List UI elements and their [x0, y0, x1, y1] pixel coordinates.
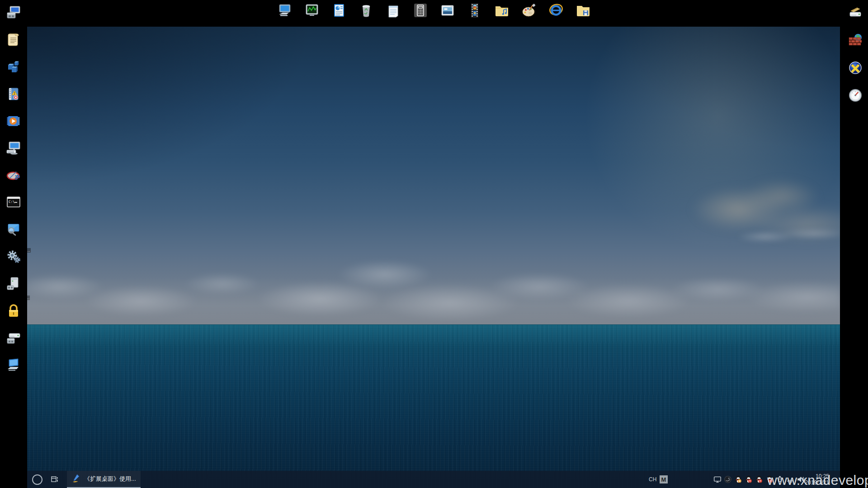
taskbar: 《扩展桌面》使用... CH M 10:25 2019/1/21 [27, 471, 840, 488]
security-lock-icon[interactable] [5, 303, 22, 319]
taskbar-app-button[interactable]: 《扩展桌面》使用... [67, 471, 141, 488]
clipped-desktop-label: ... [27, 296, 30, 300]
firewall-icon[interactable] [847, 32, 863, 48]
command-prompt-icon[interactable]: C:\ [5, 194, 22, 211]
clock-time: 10:25 [805, 473, 829, 479]
media-player-icon[interactable] [5, 113, 22, 129]
top-dock [277, 2, 591, 19]
snipping-tool-icon[interactable] [5, 167, 22, 183]
internet-explorer-icon[interactable] [548, 2, 564, 19]
cortana-circle-icon [32, 474, 42, 485]
wallpaper-ocean [27, 324, 840, 488]
wallpaper-cloud-wisp [732, 221, 840, 253]
task-manager-icon[interactable] [304, 2, 320, 19]
magnifier-icon[interactable] [5, 221, 22, 238]
script-scroll-icon[interactable] [5, 32, 22, 48]
pc-toolbox-icon[interactable] [5, 5, 22, 21]
system-tray [713, 471, 805, 488]
cortana-button[interactable] [29, 471, 45, 488]
svg-text:C:\: C:\ [9, 200, 15, 204]
qq-busy-3-icon[interactable] [765, 475, 774, 483]
clock-date: 2019/1/21 [805, 479, 829, 486]
device-manager-icon[interactable] [5, 276, 22, 292]
network-icon[interactable] [786, 475, 794, 483]
taskbar-app-label: 《扩展桌面》使用... [84, 475, 136, 483]
error-log-icon[interactable] [5, 86, 22, 102]
taskbar-clock[interactable]: 10:25 2019/1/21 [805, 473, 829, 486]
qq-busy-2-icon[interactable] [755, 475, 763, 483]
pen-icon [71, 474, 81, 485]
notepad-icon[interactable] [385, 2, 401, 19]
services-gears-icon[interactable] [5, 249, 22, 265]
wallpaper-horizon-haze [27, 277, 840, 324]
clipped-desktop-label: )... [27, 248, 31, 253]
save-folder-icon[interactable] [575, 2, 591, 19]
media-dish-icon[interactable] [724, 475, 732, 483]
computer-icon[interactable] [277, 2, 293, 19]
language-indicator[interactable]: CH [649, 471, 656, 488]
registry-editor-icon[interactable] [5, 59, 22, 75]
ime-mode-button[interactable]: M [660, 475, 668, 483]
task-view-icon [50, 475, 59, 484]
gauge-icon[interactable] [847, 87, 863, 103]
right-dock [847, 5, 863, 103]
volume-icon[interactable] [797, 475, 805, 483]
keyboard-pc-icon[interactable] [5, 140, 22, 156]
photo-viewer-icon[interactable] [439, 2, 456, 19]
disk-measure-icon[interactable] [847, 5, 863, 21]
directx-icon[interactable] [847, 60, 863, 76]
paint-icon[interactable] [521, 2, 537, 19]
recycle-bin-icon[interactable] [358, 2, 374, 19]
usb-device-icon[interactable] [776, 475, 784, 483]
disk-tools-icon[interactable] [5, 330, 22, 346]
task-view-button[interactable] [47, 471, 62, 488]
left-dock: C:\ [5, 5, 22, 373]
music-folder-icon[interactable] [494, 2, 510, 19]
desktop-wallpaper[interactable]: )... ... 《扩展桌面》使用... CH M [27, 27, 840, 488]
display-icon[interactable] [713, 475, 722, 483]
calculator-icon[interactable] [412, 2, 429, 19]
remote-desktop-icon[interactable] [5, 357, 22, 373]
system-report-icon[interactable] [331, 2, 347, 19]
qq-away-icon[interactable] [734, 475, 742, 483]
qq-busy-1-icon[interactable] [745, 475, 753, 483]
movie-maker-icon[interactable] [467, 2, 483, 19]
